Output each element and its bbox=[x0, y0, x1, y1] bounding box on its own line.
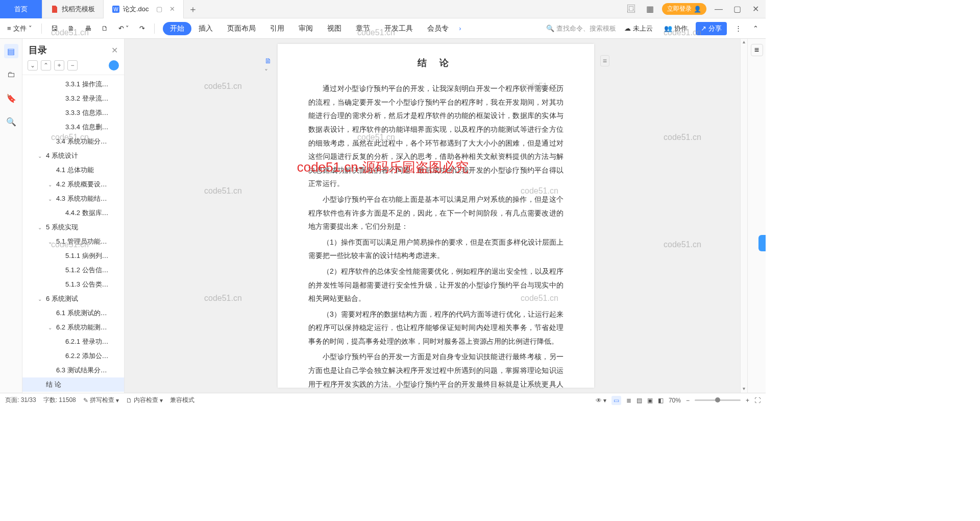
right-rail: ≡ bbox=[747, 39, 766, 393]
outline-item[interactable]: 3.3.2 登录流… bbox=[22, 91, 124, 106]
close-panel-icon[interactable]: ✕ bbox=[111, 45, 118, 55]
close-icon[interactable]: ✕ bbox=[169, 5, 175, 13]
outline-item[interactable]: ⌄4 系统设计 bbox=[22, 149, 124, 163]
apps-icon[interactable]: ▦ bbox=[644, 3, 656, 15]
ribbon-more-icon[interactable]: › bbox=[456, 22, 464, 34]
compat-mode: 兼容模式 bbox=[170, 396, 194, 405]
tab-template[interactable]: 找稻壳模板 bbox=[42, 0, 104, 18]
save-icon[interactable]: 🖫 bbox=[48, 22, 61, 34]
outline-item[interactable]: 3.3.1 操作流… bbox=[22, 77, 124, 91]
tab-document[interactable]: W 论文.doc ▢ ✕ bbox=[104, 0, 184, 18]
view-outline-icon[interactable]: ≣ bbox=[626, 397, 631, 404]
command-search[interactable]: 🔍 查找命令、搜索模板 bbox=[546, 24, 616, 33]
outline-item[interactable]: 4.4.2 数据库… bbox=[22, 206, 124, 220]
ribbon-tab-view[interactable]: 视图 bbox=[320, 21, 349, 36]
search-icon[interactable]: 🔍 bbox=[4, 114, 18, 129]
view-page-icon[interactable]: ▭ bbox=[611, 396, 621, 405]
word-count[interactable]: 字数: 11508 bbox=[43, 396, 76, 405]
outline-item[interactable]: 6.2.2 添加公… bbox=[22, 349, 124, 363]
content-check-button[interactable]: 🗋 内容检查 ▾ bbox=[126, 396, 163, 405]
sync-icon[interactable] bbox=[109, 60, 119, 70]
spellcheck-button[interactable]: ✎ 拼写检查 ▾ bbox=[83, 396, 119, 405]
tab-home[interactable]: 首页 bbox=[0, 0, 42, 18]
layout-icon[interactable]: ⿴ bbox=[625, 3, 638, 15]
outline-item[interactable]: ⌄6 系统测试 bbox=[22, 292, 124, 306]
remove-icon[interactable]: − bbox=[67, 60, 78, 70]
ribbon-tab-insert[interactable]: 插入 bbox=[191, 21, 220, 36]
preview-icon[interactable]: 🗋 bbox=[99, 22, 111, 34]
collab-button[interactable]: 👥 协作 bbox=[661, 22, 691, 35]
ribbon-tab-devtools[interactable]: 开发工具 bbox=[377, 21, 420, 36]
zoom-in-button[interactable]: + bbox=[746, 397, 749, 404]
svg-text:W: W bbox=[113, 7, 118, 12]
login-button[interactable]: 立即登录👤 bbox=[662, 3, 706, 15]
zoom-out-button[interactable]: − bbox=[686, 397, 690, 404]
page-menu-icon[interactable]: ≡ bbox=[600, 55, 609, 66]
bookmark-icon[interactable]: 🔖 bbox=[4, 91, 18, 105]
tab-document-label: 论文.doc bbox=[123, 5, 149, 14]
outline-item[interactable]: 6.1 系统测试的… bbox=[22, 306, 124, 320]
print-icon[interactable]: 🖶 bbox=[82, 22, 94, 34]
minimize-button[interactable]: — bbox=[713, 3, 725, 15]
cloud-label: 未上云 bbox=[633, 24, 653, 33]
outline-item[interactable]: ⌄4.3 系统功能结… bbox=[22, 192, 124, 206]
thumbnail-icon[interactable]: 🗀 bbox=[4, 67, 18, 82]
outline-item[interactable]: ⌄4.2 系统概要设… bbox=[22, 177, 124, 192]
outline-item[interactable]: 6.2.1 登录功… bbox=[22, 335, 124, 349]
fullscreen-icon[interactable]: ⛶ bbox=[754, 397, 761, 404]
cloud-status[interactable]: ☁ 未上云 bbox=[621, 22, 656, 35]
side-tab[interactable] bbox=[758, 235, 766, 251]
ribbon-tab-start[interactable]: 开始 bbox=[163, 22, 191, 35]
page-dropdown-icon[interactable]: ˅ bbox=[264, 65, 274, 75]
toolbox-icon[interactable]: ≡ bbox=[751, 44, 763, 56]
close-window-button[interactable]: ✕ bbox=[749, 3, 762, 15]
outline-item[interactable]: ⌄5.1 管理员功能… bbox=[22, 234, 124, 249]
add-icon[interactable]: + bbox=[54, 60, 64, 70]
outline-item[interactable]: 5.1.2 公告信… bbox=[22, 263, 124, 277]
document-area[interactable]: 🗎 ˅ ≡ 结 论 通过对小型诊疗预约平台的开发，让我深刻明白开发一个程序软件需… bbox=[125, 39, 747, 393]
outline-item[interactable]: 3.3.3 信息添… bbox=[22, 106, 124, 120]
ribbon-tab-refs[interactable]: 引用 bbox=[263, 21, 291, 36]
outline-item[interactable]: 6.3 测试结果分… bbox=[22, 363, 124, 377]
ribbon-tab-layout[interactable]: 页面布局 bbox=[220, 21, 263, 36]
outline-item[interactable]: 4.1 总体功能 bbox=[22, 163, 124, 177]
ribbon-tab-review[interactable]: 审阅 bbox=[291, 21, 320, 36]
view-focus-icon[interactable]: ◧ bbox=[658, 397, 664, 404]
outline-item[interactable]: 3.4 系统功能分… bbox=[22, 134, 124, 149]
export-icon[interactable]: 🗎 bbox=[65, 22, 78, 34]
view-read-icon[interactable]: ▣ bbox=[647, 397, 653, 404]
outline-item[interactable]: 5.1.1 病例列… bbox=[22, 249, 124, 263]
outline-item[interactable]: 致 谢 bbox=[22, 392, 124, 393]
scroll-up-icon[interactable]: ▴ bbox=[741, 39, 747, 46]
page-indicator[interactable]: 页面: 31/33 bbox=[5, 396, 36, 405]
eye-icon[interactable]: 👁 ▾ bbox=[596, 397, 606, 404]
ribbon-tab-chapter[interactable]: 章节 bbox=[349, 21, 377, 36]
ribbon-tab-member[interactable]: 会员专 bbox=[420, 21, 456, 36]
outline-item[interactable]: ⌄5 系统实现 bbox=[22, 220, 124, 234]
tab-template-label: 找稻壳模板 bbox=[62, 5, 95, 14]
view-web-icon[interactable]: ▤ bbox=[636, 397, 642, 404]
page-doc-icon[interactable]: 🗎 bbox=[264, 54, 274, 63]
outline-item[interactable]: 结 论 bbox=[22, 377, 124, 392]
menu-button[interactable]: ≡ 文件 ˅ bbox=[4, 22, 35, 35]
expand-all-icon[interactable]: ⌃ bbox=[41, 60, 51, 70]
outline-title: 目录 bbox=[29, 44, 47, 56]
outline-icon[interactable]: ▤ bbox=[4, 44, 18, 58]
outline-item[interactable]: 3.3.4 信息删… bbox=[22, 120, 124, 134]
redo-button[interactable]: ↷ bbox=[136, 22, 148, 34]
outline-item[interactable]: ⌄6.2 系统功能测… bbox=[22, 320, 124, 335]
duplicate-icon[interactable]: ▢ bbox=[156, 5, 162, 13]
collapse-all-icon[interactable]: ⌄ bbox=[28, 60, 38, 70]
login-label: 立即登录 bbox=[667, 5, 692, 13]
scroll-down-icon[interactable]: ▾ bbox=[741, 386, 747, 393]
zoom-slider[interactable] bbox=[695, 399, 741, 401]
share-button[interactable]: ↗ 分享 bbox=[696, 22, 727, 35]
outline-item[interactable]: 5.1.3 公告类… bbox=[22, 277, 124, 292]
maximize-button[interactable]: ▢ bbox=[731, 3, 743, 15]
collapse-ribbon-icon[interactable]: ⌃ bbox=[750, 22, 762, 34]
scrollbar[interactable]: ▴ ▾ bbox=[740, 39, 747, 393]
more-icon[interactable]: ⋮ bbox=[732, 22, 745, 34]
undo-button[interactable]: ↶ ˅ bbox=[115, 22, 133, 34]
new-tab-button[interactable]: ＋ bbox=[184, 3, 202, 15]
avatar-icon: 👤 bbox=[694, 6, 701, 13]
